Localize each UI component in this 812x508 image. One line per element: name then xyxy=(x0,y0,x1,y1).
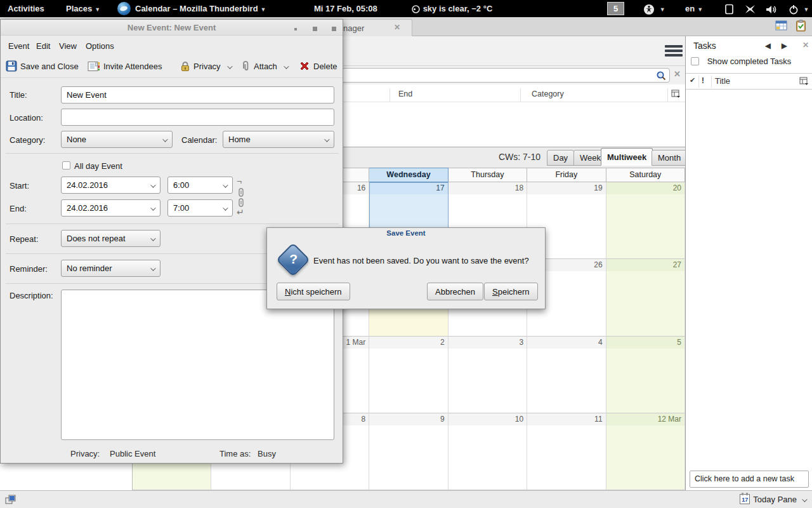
save-and-close-button[interactable]: Save and Close xyxy=(6,58,79,75)
menu-event[interactable]: Event xyxy=(8,41,29,51)
prev-arrow-icon[interactable]: ◀ xyxy=(765,41,771,50)
add-task-input[interactable]: Click here to add a new task xyxy=(690,471,809,488)
invite-attendees-button[interactable]: Invite Attendees xyxy=(88,58,162,75)
cancel-button[interactable]: Abbrechen xyxy=(427,283,483,300)
accessibility-menu[interactable]: ▼ xyxy=(643,0,665,17)
power-icon xyxy=(789,4,799,15)
reminder-label: Reminder: xyxy=(10,264,48,274)
volume-icon xyxy=(766,4,777,15)
language-menu[interactable]: en▼ xyxy=(685,0,703,17)
title-column[interactable]: Title xyxy=(715,76,730,86)
location-label: Location: xyxy=(10,113,43,123)
day-cell[interactable]: 27 xyxy=(606,259,685,336)
start-time-input[interactable]: 6:00 xyxy=(167,177,233,194)
save-event-dialog: Save Event ? Event has not been saved. D… xyxy=(266,227,546,309)
app-menu[interactable]: Calendar – Mozilla Thunderbird▼ xyxy=(135,0,266,17)
save-dialog-title: Save Event xyxy=(267,228,545,237)
end-date-input[interactable]: 24.02.2016 xyxy=(61,199,160,217)
close-icon[interactable]: ✕ xyxy=(802,41,809,50)
tab-close-icon[interactable]: ✕ xyxy=(394,23,400,32)
menu-options[interactable]: Options xyxy=(86,41,114,51)
attach-button[interactable]: Attach xyxy=(240,58,287,75)
chevron-down-icon xyxy=(223,205,228,210)
day-cell[interactable]: 12 Mar xyxy=(606,413,685,490)
dialog-toolbar: Save and Close Invite Attendees Privacy … xyxy=(1,56,343,78)
start-label: Start: xyxy=(10,181,29,190)
calendar-label: Calendar: xyxy=(181,135,217,145)
day-cell[interactable]: 2 xyxy=(369,337,448,413)
priority-column[interactable]: ! xyxy=(702,76,704,85)
invite-attendees-icon xyxy=(88,61,100,72)
thunderbird-logo-icon xyxy=(117,2,131,15)
search-icon[interactable] xyxy=(656,70,667,81)
chevron-down-icon xyxy=(150,265,155,271)
calendar-dropdown[interactable]: Home xyxy=(223,131,334,148)
day-cell[interactable]: 11 xyxy=(527,413,606,490)
menu-view[interactable]: View xyxy=(59,41,77,51)
day-cell[interactable]: 4 xyxy=(527,337,606,413)
day-cell[interactable]: 20 xyxy=(606,182,685,259)
windows-status-icon[interactable] xyxy=(5,495,16,505)
day-cell[interactable]: 3 xyxy=(449,337,527,413)
column-picker-icon[interactable] xyxy=(799,77,809,86)
delete-button[interactable]: Delete xyxy=(299,58,337,75)
maximize-icon[interactable] xyxy=(313,27,317,31)
next-arrow-icon[interactable]: ▶ xyxy=(782,41,787,50)
weather-indicator[interactable]: sky is clear, −2 °C xyxy=(411,0,492,17)
category-dropdown[interactable]: None xyxy=(61,131,173,148)
completed-column-icon[interactable]: ✔ xyxy=(690,76,695,84)
tab-month[interactable]: Month xyxy=(652,150,687,166)
privacy-button[interactable]: Privacy xyxy=(180,58,231,75)
tab-day[interactable]: Day xyxy=(547,150,574,166)
calendar-view-icon[interactable] xyxy=(775,20,788,32)
end-time-input[interactable]: 7:00 xyxy=(167,199,233,217)
minimize-icon[interactable] xyxy=(294,28,297,30)
menu-edit[interactable]: Edit xyxy=(36,41,50,51)
today-pane-toggle[interactable]: 17Today Pane xyxy=(740,494,806,504)
system-status-area[interactable]: ▼ xyxy=(724,0,809,17)
workspace-indicator[interactable]: 5 xyxy=(607,2,624,15)
airplane-mode-icon xyxy=(744,4,756,15)
repeat-dropdown[interactable]: Does not repeat xyxy=(61,230,160,247)
delete-icon xyxy=(299,60,310,72)
chevron-down-icon xyxy=(802,497,807,502)
column-picker-icon[interactable] xyxy=(671,90,681,98)
repeat-label: Repeat: xyxy=(10,234,39,244)
event-title-input[interactable] xyxy=(61,86,334,104)
status-bar: 17Today Pane xyxy=(0,490,812,508)
all-day-checkbox[interactable] xyxy=(62,161,70,170)
close-icon[interactable] xyxy=(332,27,336,31)
description-textarea[interactable] xyxy=(61,290,334,440)
dialog-title-bar[interactable]: New Event: New Event xyxy=(1,20,343,36)
column-category[interactable]: Category xyxy=(532,90,564,98)
timezone-link-icon[interactable] xyxy=(238,198,244,207)
day-cell[interactable]: 10 xyxy=(449,413,527,490)
privacy-lock-icon xyxy=(180,61,190,72)
dialog-footer: Privacy: Public Event Time as: Busy xyxy=(1,449,343,463)
day-cell[interactable]: 5 xyxy=(606,337,685,413)
clock[interactable]: Mi 17 Feb, 05:08 xyxy=(314,0,377,17)
dont-save-button[interactable]: Nicht speichern xyxy=(277,283,350,300)
places-menu[interactable]: Places▼ xyxy=(66,0,100,17)
chevron-down-icon: ▼ xyxy=(95,6,100,13)
chevron-down-icon: ▼ xyxy=(261,6,266,13)
app-menu-icon[interactable] xyxy=(665,45,683,57)
day-header-saturday: Saturday xyxy=(606,168,685,182)
chevron-down-icon xyxy=(284,64,289,69)
clear-search-icon[interactable]: ✕ xyxy=(674,69,681,79)
tasks-view-icon[interactable] xyxy=(796,20,806,32)
day-cell[interactable]: 9 xyxy=(369,413,448,490)
column-end[interactable]: End xyxy=(398,90,412,98)
tab-multiweek[interactable]: Multiweek xyxy=(601,148,653,166)
question-icon: ? xyxy=(276,243,310,277)
show-completed-checkbox[interactable] xyxy=(691,57,699,65)
timezone-link-icon[interactable] xyxy=(238,188,244,197)
start-date-input[interactable]: 24.02.2016 xyxy=(61,177,160,194)
activities-button[interactable]: Activities xyxy=(8,0,44,17)
reminder-dropdown[interactable]: No reminder xyxy=(61,260,160,277)
save-button[interactable]: Speichern xyxy=(484,283,538,300)
event-location-input[interactable] xyxy=(61,109,334,126)
show-completed-row[interactable]: Show completed Tasks xyxy=(686,57,812,72)
dialog-menu-bar: Event Edit View Options xyxy=(1,36,343,56)
end-label: End: xyxy=(10,204,27,213)
